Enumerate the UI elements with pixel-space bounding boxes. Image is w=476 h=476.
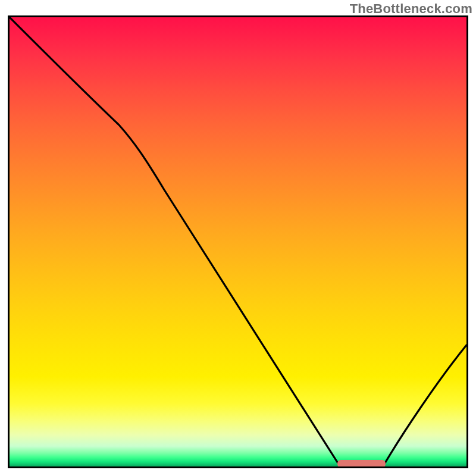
bottleneck-curve-svg [10, 17, 466, 466]
optimal-range-marker [337, 460, 386, 466]
plot-area [8, 15, 468, 468]
watermark-text: TheBottleneck.com [350, 1, 472, 17]
bottleneck-curve-path [10, 17, 466, 464]
chart-container: TheBottleneck.com [0, 0, 476, 476]
